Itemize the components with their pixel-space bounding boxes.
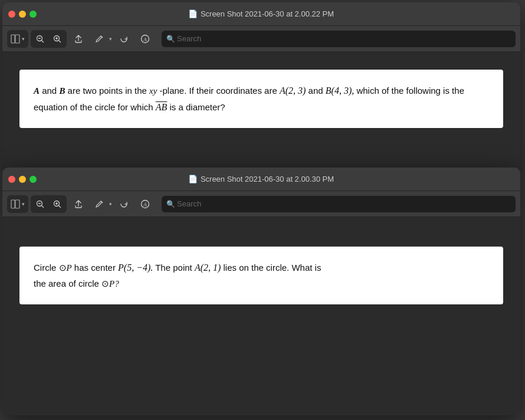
rotate-btn-2[interactable]: [114, 195, 133, 213]
content-area-2: Circle ⊙P has center P(5, −4). The point…: [2, 217, 520, 415]
zoom-in-btn-1[interactable]: [49, 31, 65, 47]
markup-btn-1[interactable]: [90, 30, 109, 48]
panel-icon-1: [11, 34, 20, 44]
zoom-group-1: [31, 30, 67, 48]
share-btn-2[interactable]: [69, 195, 88, 213]
point-coord: A(2, 1): [195, 262, 221, 273]
letter-A: A: [34, 86, 40, 96]
window-title-2: 📄 Screen Shot 2021-06-30 at 2.00.30 PM: [189, 175, 334, 184]
search-wrapper-1: 🔍: [162, 31, 516, 47]
markup-dropdown-arrow-2: ▾: [109, 201, 112, 207]
panel-dropdown-arrow-1: ▾: [22, 36, 25, 42]
close-button-2[interactable]: [8, 176, 15, 183]
panel-icon-2: [11, 199, 20, 209]
window-1: 📄 Screen Shot 2021-06-30 at 2.00.22 PM ▾: [2, 2, 520, 173]
coord-a: A(2, 3): [280, 86, 306, 96]
maximize-button-1[interactable]: [29, 11, 37, 18]
question-card-1: A and B are two points in the xy -plane.…: [19, 70, 503, 128]
info-btn-1[interactable]: A: [136, 30, 155, 48]
search-input-2[interactable]: [162, 196, 516, 212]
title-text-2: Screen Shot 2021-06-30 at 2.00.30 PM: [201, 175, 334, 183]
svg-text:A: A: [143, 37, 147, 42]
rotate-btn-1[interactable]: [114, 30, 133, 48]
toolbar-1: ▾: [2, 26, 520, 52]
zoom-out-icon-1: [35, 34, 45, 44]
svg-rect-0: [11, 35, 15, 43]
and2-text: and: [309, 86, 326, 96]
question-text-2: Circle ⊙P has center P(5, −4). The point…: [34, 260, 489, 291]
search-input-1[interactable]: [162, 31, 516, 47]
svg-rect-1: [15, 35, 19, 43]
center-coord: P(5, −4).: [118, 262, 153, 273]
traffic-lights-1: [8, 11, 37, 18]
svg-rect-13: [15, 200, 19, 208]
window-2: 📄 Screen Shot 2021-06-30 at 2.00.30 PM ▾: [2, 168, 520, 415]
coord-b: B(4, 3),: [326, 86, 354, 96]
share-icon-2: [74, 199, 83, 209]
xy-text: xy: [149, 86, 157, 96]
content-area-1: A and B are two points in the xy -plane.…: [2, 52, 520, 173]
info-icon-1: A: [140, 34, 150, 44]
zoom-out-btn-2[interactable]: [32, 196, 48, 212]
window-title-1: 📄 Screen Shot 2021-06-30 at 2.00.22 PM: [189, 9, 334, 19]
zoom-in-btn-2[interactable]: [49, 196, 65, 212]
svg-line-3: [42, 40, 44, 42]
title-text-1: Screen Shot 2021-06-30 at 2.00.22 PM: [201, 9, 334, 18]
share-btn-1[interactable]: [69, 30, 88, 48]
svg-text:A: A: [143, 202, 147, 208]
question-card-2: Circle ⊙P has center P(5, −4). The point…: [19, 247, 503, 304]
panel-dropdown-arrow-2: ▾: [22, 201, 25, 207]
intro-text: are two points in the: [68, 86, 149, 96]
pen-icon-1: [95, 34, 104, 44]
lies-text: lies on the circle. What is: [221, 262, 321, 273]
document-icon-2: 📄: [189, 175, 197, 184]
share-icon-1: [74, 34, 83, 44]
plane-text: -plane. If their coordinates are: [160, 86, 280, 96]
maximize-button-2[interactable]: [29, 176, 37, 183]
svg-line-18: [59, 205, 61, 208]
rotate-icon-2: [119, 199, 129, 209]
svg-line-15: [42, 205, 44, 208]
zoom-group-2: [31, 195, 67, 213]
area-text: the area of circle ⊙: [34, 278, 109, 288]
circle-P2: P?: [109, 279, 119, 288]
titlebar-1: 📄 Screen Shot 2021-06-30 at 2.00.22 PM: [2, 2, 520, 26]
and-text: and: [42, 86, 59, 96]
markup-btn-2[interactable]: [90, 195, 109, 213]
titlebar-2: 📄 Screen Shot 2021-06-30 at 2.00.30 PM: [2, 168, 520, 191]
center-text: has center: [72, 262, 118, 273]
circle-intro: Circle ⊙: [34, 262, 67, 273]
point-text: The point: [153, 262, 195, 273]
traffic-lights-2: [8, 176, 37, 183]
ab-overline: AB: [156, 102, 168, 112]
diameter-text: is a diameter?: [170, 102, 225, 112]
circle-P: P: [67, 263, 72, 273]
letter-B: B: [59, 86, 65, 96]
rotate-icon-1: [119, 34, 129, 44]
zoom-in-icon-2: [52, 199, 62, 209]
zoom-out-btn-1[interactable]: [32, 31, 48, 47]
info-icon-2: A: [140, 199, 150, 209]
panel-toggle-btn-2[interactable]: ▾: [7, 195, 28, 213]
search-wrapper-2: 🔍: [162, 196, 516, 212]
question-text-1: A and B are two points in the xy -plane.…: [34, 83, 489, 115]
markup-dropdown-arrow-1: ▾: [109, 36, 112, 42]
close-button-1[interactable]: [8, 11, 15, 18]
toolbar-2: ▾: [2, 191, 520, 217]
minimize-button-1[interactable]: [19, 11, 26, 18]
info-btn-2[interactable]: A: [136, 195, 155, 213]
minimize-button-2[interactable]: [19, 176, 26, 183]
zoom-out-icon-2: [35, 199, 45, 209]
panel-toggle-btn-1[interactable]: ▾: [7, 30, 28, 48]
svg-rect-12: [11, 200, 15, 208]
pen-icon-2: [95, 199, 104, 209]
svg-line-6: [59, 40, 61, 42]
document-icon-1: 📄: [189, 9, 197, 19]
zoom-in-icon-1: [52, 34, 62, 44]
